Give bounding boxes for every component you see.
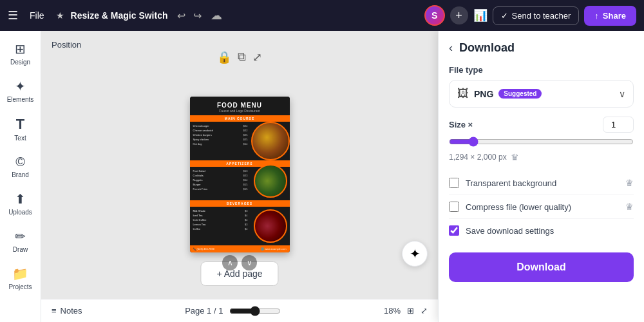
share-arrow-indicator — [598, 31, 608, 37]
notes-button[interactable]: ≡ Notes — [52, 306, 82, 316]
brand-icon: © — [15, 155, 25, 169]
sidebar-item-design[interactable]: ⊞ Design — [3, 36, 39, 71]
save-settings-label[interactable]: Save download settings — [466, 226, 634, 236]
menu-footer: 📞 (123) 456-7890 🌐 www.example.com — [190, 245, 290, 252]
menu-icon[interactable]: ☰ — [8, 8, 18, 23]
list-item: Lemon Tea$3 — [193, 222, 248, 227]
sidebar-item-brand[interactable]: © Brand — [3, 149, 39, 184]
size-slider-row — [449, 137, 634, 149]
send-to-teacher-button[interactable]: ✓ Send to teacher — [493, 6, 580, 25]
file-type-selector[interactable]: 🖼 PNG Suggested ∨ — [449, 80, 634, 108]
redo-button[interactable]: ↪ — [191, 7, 204, 24]
sidebar-label-uploads: Uploads — [8, 209, 32, 216]
check-icon: ✓ — [501, 11, 508, 21]
size-label: Size × — [449, 120, 473, 129]
png-label: PNG — [474, 89, 493, 99]
list-item: Coffee$4 — [193, 227, 248, 231]
undo-redo-group: ↩ ↪ — [175, 7, 204, 24]
suggested-badge: Suggested — [498, 89, 542, 99]
footer-left: 📞 (123) 456-7890 — [193, 247, 214, 251]
compress-row: Compress file (lower quality) ♛ — [449, 195, 634, 219]
zoom-level: 18% — [384, 306, 401, 316]
notes-icon: ≡ — [52, 306, 57, 316]
size-slider[interactable] — [449, 137, 634, 147]
beverages-label: BEVERAGES — [190, 200, 290, 207]
file-type-label: File type — [449, 65, 634, 75]
page-next-button[interactable]: ∨ — [242, 255, 257, 270]
download-panel: ‹ Download File type 🖼 PNG Suggested ∨ S… — [438, 31, 644, 322]
file-type-left: 🖼 PNG Suggested — [457, 87, 542, 100]
chevron-down-icon: ∨ — [619, 89, 625, 99]
text-icon: T — [16, 116, 24, 133]
list-item: Spicy chicken$25 — [193, 137, 248, 142]
avatar[interactable]: S — [424, 5, 445, 26]
beverages-content: Milk Shake$3 Iced Tea$4 Cold Coffee$4 Le… — [190, 207, 290, 245]
footer-right: 🌐 www.example.com — [261, 247, 286, 251]
appetizers-section: APPETIZERS Fruit Salad$13 Cocktails$23 N… — [190, 160, 290, 200]
main-course-image — [251, 122, 290, 160]
sidebar-item-uploads[interactable]: ⬆ Uploads — [3, 186, 39, 221]
sidebar-item-elements[interactable]: ✦ Elements — [3, 73, 39, 108]
page-info: Page 1 / 1 — [185, 306, 223, 316]
sidebar-item-draw[interactable]: ✏ Draw — [3, 223, 39, 258]
elements-icon: ✦ — [15, 79, 26, 94]
sidebar-label-brand: Brand — [12, 171, 29, 178]
notes-center: Page 1 / 1 — [185, 306, 281, 316]
list-item: Milk Shake$3 — [193, 209, 248, 213]
download-button[interactable]: Download — [449, 252, 634, 282]
appetizers-content: Fruit Salad$13 Cocktails$23 Nuggets$14 B… — [190, 167, 290, 200]
cloud-icon: ☁ — [211, 8, 222, 23]
canvas-content[interactable]: 🔒 ⧉ ⤢ FOOD MENU Faucet and Loge Restaura… — [41, 31, 438, 299]
main-body: ⊞ Design ✦ Elements T Text © Brand ⬆ Upl… — [0, 31, 644, 322]
list-item: Chicken burgers$25 — [193, 133, 248, 137]
save-settings-checkbox[interactable] — [449, 225, 459, 236]
compress-checkbox[interactable] — [449, 202, 459, 212]
compress-crown-icon: ♛ — [625, 202, 634, 212]
size-input[interactable] — [603, 117, 634, 133]
topbar-right: S + 📊 ✓ Send to teacher ↑ Share — [424, 5, 636, 26]
page-progress-slider[interactable] — [229, 306, 281, 316]
share-icon: ↑ — [594, 11, 599, 21]
transparent-bg-row: Transparent background ♛ — [449, 171, 634, 195]
sidebar-item-projects[interactable]: 📁 Projects — [3, 261, 39, 296]
share-button[interactable]: ↑ Share — [584, 6, 636, 26]
expand-icon[interactable]: ⤢ — [252, 50, 262, 64]
beverages-section: BEVERAGES Milk Shake$3 Iced Tea$4 Cold C… — [190, 200, 290, 245]
magic-fab[interactable]: ✦ — [402, 241, 428, 267]
transparent-bg-checkbox[interactable] — [449, 178, 459, 188]
copy-icon[interactable]: ⧉ — [238, 50, 246, 64]
main-course-items: Cheeseburger$24 Cheese sandwich$22 Chick… — [190, 122, 251, 160]
list-item: Cheese sandwich$22 — [193, 128, 248, 133]
compress-label[interactable]: Compress file (lower quality) — [466, 202, 619, 212]
panel-back-button[interactable]: ‹ — [449, 41, 453, 55]
menu-header: FOOD MENU Faucet and Loge Restaurant — [190, 97, 290, 115]
page-navigation: ∧ ∨ — [222, 255, 257, 270]
size-row: Size × — [449, 117, 634, 133]
lock-icon[interactable]: 🔒 — [217, 50, 231, 64]
panel-title: Download — [459, 41, 515, 55]
transparent-crown-icon: ♛ — [625, 178, 634, 188]
sidebar-label-projects: Projects — [8, 283, 32, 290]
beverages-items: Milk Shake$3 Iced Tea$4 Cold Coffee$4 Le… — [190, 207, 251, 245]
transparent-bg-label[interactable]: Transparent background — [466, 178, 619, 188]
analytics-icon[interactable]: 📊 — [473, 8, 488, 23]
list-item: Nuggets$14 — [193, 178, 248, 182]
appetizers-items: Fruit Salad$13 Cocktails$23 Nuggets$14 B… — [190, 167, 251, 200]
list-item: Fruit Salad$13 — [193, 169, 248, 173]
uploads-icon: ⬆ — [15, 191, 26, 207]
file-button[interactable]: File — [24, 8, 50, 23]
panel-header: ‹ Download — [449, 41, 634, 55]
grid-view-icon[interactable]: ⊞ — [407, 306, 414, 316]
add-collaborator-button[interactable]: + — [450, 6, 468, 24]
sidebar-label-design: Design — [10, 59, 30, 66]
canvas-toolbar: 🔒 ⧉ ⤢ — [217, 50, 262, 64]
star-icon[interactable]: ★ — [56, 10, 64, 21]
list-item: Burger$15 — [193, 182, 248, 187]
sidebar-item-text[interactable]: T Text — [3, 111, 39, 147]
main-course-content: Cheeseburger$24 Cheese sandwich$22 Chick… — [190, 122, 290, 160]
list-item: French Fries$15 — [193, 187, 248, 191]
sidebar-label-draw: Draw — [13, 246, 28, 253]
undo-button[interactable]: ↩ — [175, 7, 188, 24]
page-prev-button[interactable]: ∧ — [222, 255, 238, 270]
fullscreen-icon[interactable]: ⤢ — [421, 306, 428, 316]
